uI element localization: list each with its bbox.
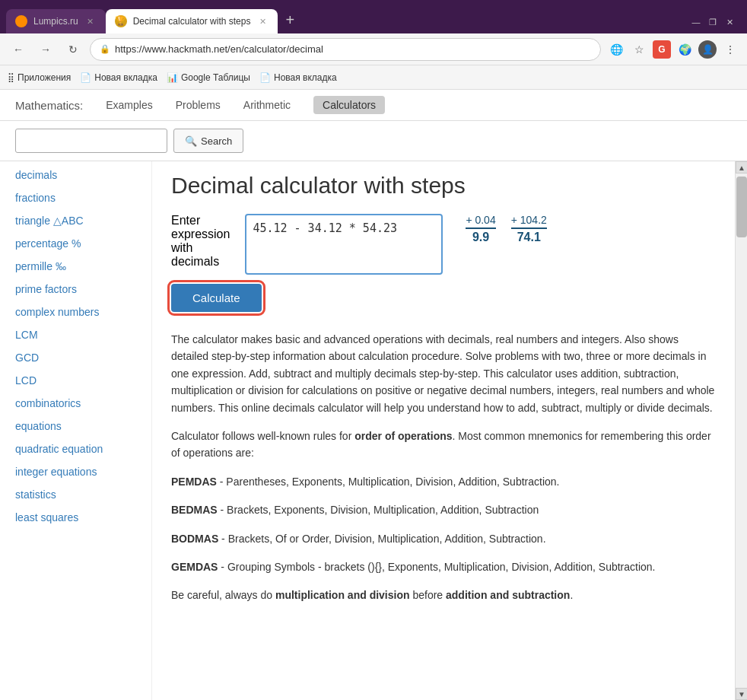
bodmas-label: BODMAS [171,533,218,545]
expression-input[interactable]: 45.12 - 34.12 * 54.23 [245,214,443,275]
hackmath-tab-close[interactable]: ✕ [256,15,269,27]
bookmark-sheets-label: Google Таблицы [181,72,250,83]
search-button[interactable]: 🔍 Search [173,129,243,153]
bookmark-newtab2-label: Новая вкладка [274,72,337,83]
address-actions: 🌐 ☆ G 🌍 👤 ⋮ [607,40,739,59]
example1-num: 9.9 [466,231,495,244]
content-area: Decimal calculator with steps Enter expr… [152,161,735,700]
scroll-thumb[interactable] [736,177,747,237]
sidebar-link-quadratic[interactable]: quadratic equation [15,443,136,455]
lock-icon: 🔒 [100,44,110,54]
nav-brand: Mathematics: [15,99,83,112]
warning-end: . [570,589,573,601]
warning-row: Be careful, always do multiplication and… [171,587,716,603]
bedmas-label: BEDMAS [171,504,218,516]
search-input[interactable] [15,129,167,153]
extension-icon[interactable]: G [653,40,671,59]
nav-arithmetic[interactable]: Arithmetic [243,99,291,111]
address-bar-row: ← → ↻ 🔒 https://www.hackmath.net/en/calc… [0,33,747,65]
hackmath-tab-label: Decimal calculator with steps [133,16,251,27]
pemdas-text: - Parentheses, Exponents, Multiplication… [217,476,560,488]
scroll-up-arrow[interactable]: ▲ [736,161,747,173]
sidebar: decimals fractions triangle △ABC percent… [0,161,152,700]
sidebar-link-prime-factors[interactable]: prime factors [15,283,136,295]
minimize-button[interactable]: — [691,17,701,27]
sidebar-link-statistics[interactable]: statistics [15,488,136,501]
sidebar-link-integer-equations[interactable]: integer equations [15,466,136,478]
window-controls: — ❐ ✕ [685,11,741,33]
lumpics-favicon [15,15,27,27]
gemdas-text: - Grouping Symbols - brackets (){}, Expo… [218,561,655,573]
site-nav: Mathematics: Examples Problems Arithmeti… [0,90,747,121]
sheets-icon: 📊 [167,72,178,83]
bookmark-new-tab-2[interactable]: 📄 Новая вкладка [259,72,337,83]
tab-hackmath[interactable]: 🏆 Decimal calculator with steps ✕ [106,9,278,33]
calc-label-line2: expression [171,228,230,241]
tab-lumpics[interactable]: Lumpics.ru ✕ [6,9,106,33]
warning-bold2: addition and subtraction [446,589,570,601]
nav-calculators[interactable]: Calculators [313,96,385,114]
calc-section: Enter expression with decimals 45.12 - 3… [171,214,716,312]
sidebar-link-decimals[interactable]: decimals [15,169,136,181]
sidebar-link-combinatorics[interactable]: combinatorics [15,397,136,409]
bodmas-text: - Brackets, Of or Order, Division, Multi… [218,533,545,545]
search-row: 🔍 Search [0,121,747,161]
search-button-label: Search [201,135,232,147]
scroll-down-arrow[interactable]: ▼ [736,688,747,700]
bookmark-apps-label: Приложения [17,72,71,83]
sidebar-link-lcm[interactable]: LCM [15,329,136,341]
warning-bold1: multiplication and division [275,589,410,601]
nav-problems[interactable]: Problems [176,99,221,111]
sidebar-link-percentage[interactable]: percentage % [15,237,136,250]
side-examples: + 0.04 9.9 + 104.2 74.1 [466,214,546,244]
pemdas-row: PEMDAS - Parentheses, Exponents, Multipl… [171,473,716,490]
calc-btn-row: Calculate [171,284,443,312]
profile-avatar[interactable]: 👤 [698,40,717,59]
close-button[interactable]: ✕ [724,17,735,27]
bookmark-google-sheets[interactable]: 📊 Google Таблицы [167,72,250,83]
sidebar-link-fractions[interactable]: fractions [15,192,136,204]
bookmark-apps[interactable]: ⣿ Приложения [8,72,71,83]
sidebar-link-gcd[interactable]: GCD [15,352,136,364]
sidebar-link-equations[interactable]: equations [15,420,136,432]
address-box[interactable]: 🔒 https://www.hackmath.net/en/calculator… [90,38,601,61]
bookmark-new-tab-1[interactable]: 📄 Новая вкладка [80,72,157,83]
menu-dots-icon[interactable]: ⋮ [721,40,739,59]
sidebar-link-complex-numbers[interactable]: complex numbers [15,306,136,318]
search-icon: 🔍 [185,135,197,147]
bodmas-row: BODMAS - Brackets, Of or Order, Division… [171,530,716,547]
example-card-1[interactable]: + 0.04 9.9 [466,214,495,244]
bookmark-star-icon[interactable]: ☆ [630,40,648,59]
globe-icon[interactable]: 🌍 [675,40,694,59]
desc1-text: The calculator makes basic and advanced … [171,333,714,414]
description-1: The calculator makes basic and advanced … [171,331,716,416]
new-tab-button[interactable]: + [278,11,302,29]
translate-icon[interactable]: 🌐 [607,40,625,59]
forward-button[interactable]: → [35,39,56,60]
reload-button[interactable]: ↻ [62,39,84,60]
bookmark-newtab1-label: Новая вкладка [94,72,157,83]
address-text: https://www.hackmath.net/en/calculator/d… [115,43,591,55]
desc2-bold: order of operations [354,430,452,442]
lumpics-tab-label: Lumpics.ru [33,16,78,27]
example1-line [466,228,495,229]
calc-label-line1: Enter [171,214,230,228]
description-2: Calculator follows well-known rules for … [171,428,716,462]
nav-examples[interactable]: Examples [106,99,152,111]
sidebar-link-permille[interactable]: permille ‰ [15,260,136,272]
sidebar-link-triangle[interactable]: triangle △ABC [15,215,136,227]
sidebar-link-lcd[interactable]: LCD [15,374,136,387]
calc-label-line3: with [171,241,230,255]
sidebar-link-least-squares[interactable]: least squares [15,511,136,523]
example2-num: 74.1 [511,231,547,244]
page-title: Decimal calculator with steps [171,173,716,199]
calculate-button[interactable]: Calculate [171,284,262,312]
warning-mid: before [410,589,446,601]
calc-label: Enter expression with decimals [171,214,230,269]
maximize-button[interactable]: ❐ [707,17,718,27]
example2-op: + 104.2 [511,214,547,226]
lumpics-tab-close[interactable]: ✕ [84,15,97,27]
back-button[interactable]: ← [8,39,29,60]
example-card-2[interactable]: + 104.2 74.1 [511,214,547,244]
apps-grid-icon: ⣿ [8,72,14,83]
